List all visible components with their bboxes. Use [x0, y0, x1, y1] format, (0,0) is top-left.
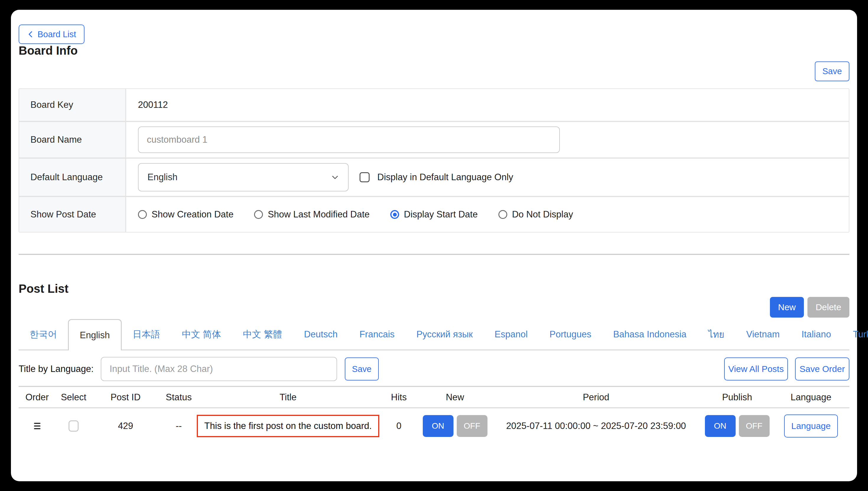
board-key-row: Board Key 200112 [19, 89, 849, 122]
new-toggle: ON OFF [423, 415, 488, 437]
post-id-value: 429 [92, 421, 160, 431]
tab-korean[interactable]: 한국어 [19, 319, 68, 349]
drag-handle-icon[interactable] [34, 423, 40, 429]
column-header-select: Select [56, 392, 92, 403]
tab-turkce[interactable]: Turkce [842, 319, 868, 349]
tab-portugues[interactable]: Portugues [539, 319, 602, 349]
new-off-button[interactable]: OFF [457, 415, 488, 437]
radio-circle-icon[interactable] [254, 210, 263, 219]
board-name-row: Board Name [19, 122, 849, 158]
radio-show-creation-date[interactable]: Show Creation Date [138, 209, 233, 220]
show-post-date-row: Show Post Date Show Creation Date Show L… [19, 197, 849, 232]
publish-on-button[interactable]: ON [705, 415, 736, 437]
tab-english[interactable]: English [68, 319, 122, 350]
post-table-header: Order Select Post ID Status Title Hits N… [19, 387, 849, 408]
column-header-title: Title [198, 392, 378, 403]
back-to-board-list-button[interactable]: Board List [19, 25, 85, 44]
board-info-title: Board Info [19, 44, 849, 57]
default-language-selected: English [147, 172, 178, 182]
tab-vietnam[interactable]: Vietnam [735, 319, 790, 349]
radio-show-last-modified-date[interactable]: Show Last Modified Date [254, 209, 370, 220]
column-header-order: Order [19, 392, 56, 403]
new-on-button[interactable]: ON [423, 415, 454, 437]
title-save-button[interactable]: Save [345, 357, 379, 380]
column-header-language: Language [773, 392, 849, 403]
chevron-down-icon [331, 173, 339, 181]
board-name-input[interactable] [138, 126, 560, 153]
publish-toggle: ON OFF [705, 415, 770, 437]
language-tabs: 한국어 English 日本語 中文 简体 中文 繁體 Deutsch Fran… [19, 319, 849, 350]
row-language-button[interactable]: Language [784, 414, 838, 437]
table-row: 429 -- This is the first post on the cus… [19, 408, 849, 444]
column-header-hits: Hits [378, 392, 419, 403]
show-post-date-options: Show Creation Date Show Last Modified Da… [138, 209, 573, 220]
radio-label: Display Start Date [404, 209, 478, 220]
radio-circle-icon[interactable] [138, 210, 147, 219]
column-header-period: Period [490, 392, 702, 403]
default-language-row: Default Language English Display in Defa… [19, 158, 849, 197]
tab-chinese-traditional[interactable]: 中文 繁體 [232, 319, 293, 349]
save-order-button[interactable]: Save Order [795, 357, 849, 380]
new-post-button[interactable]: New [770, 297, 804, 318]
board-info-table: Board Key 200112 Board Name Default Lang… [19, 88, 849, 232]
chevron-left-icon [27, 30, 35, 39]
tab-chinese-simplified[interactable]: 中文 简体 [171, 319, 232, 349]
radio-label: Do Not Display [512, 209, 573, 220]
board-key-value: 200112 [126, 89, 849, 121]
view-all-posts-button[interactable]: View All Posts [724, 357, 788, 380]
display-default-language-only-checkbox[interactable] [359, 172, 370, 182]
panel-top-divider [19, 10, 849, 10]
main-panel: Board List Board Info Save Board Key 200… [11, 10, 857, 481]
tab-francais[interactable]: Francais [349, 319, 406, 349]
tab-thai[interactable]: ไทย [697, 319, 735, 349]
radio-circle-icon[interactable] [498, 210, 507, 219]
board-key-label: Board Key [19, 89, 126, 121]
tab-russian[interactable]: Русский язык [406, 319, 484, 349]
post-list-title: Post List [19, 282, 68, 295]
section-divider [19, 254, 849, 255]
post-status-value: -- [160, 421, 198, 431]
tab-deutsch[interactable]: Deutsch [293, 319, 349, 349]
title-by-language-label: Title by Language: [19, 364, 94, 374]
radio-label: Show Creation Date [151, 209, 233, 220]
post-title-highlighted[interactable]: This is the first post on the custom boa… [197, 415, 380, 437]
tab-espanol[interactable]: Espanol [484, 319, 539, 349]
display-default-language-only-label: Display in Default Language Only [377, 172, 513, 182]
tab-italiano[interactable]: Italiano [790, 319, 842, 349]
delete-post-button[interactable]: Delete [807, 297, 849, 318]
tab-japanese[interactable]: 日本語 [122, 319, 171, 349]
show-post-date-label: Show Post Date [19, 197, 126, 232]
column-header-post-id: Post ID [92, 392, 160, 403]
column-header-new: New [419, 392, 490, 403]
post-period-value: 2025-07-11 00:00:00 ~ 2025-07-20 23:59:0… [490, 421, 702, 431]
radio-label: Show Last Modified Date [268, 209, 370, 220]
column-header-publish: Publish [702, 392, 773, 403]
default-language-label: Default Language [19, 158, 126, 196]
radio-circle-checked-icon[interactable] [390, 210, 399, 219]
board-info-save-button[interactable]: Save [815, 61, 849, 81]
tab-bahasa-indonesia[interactable]: Bahasa Indonesia [602, 319, 697, 349]
board-name-label: Board Name [19, 122, 126, 157]
publish-off-button[interactable]: OFF [739, 415, 770, 437]
radio-display-start-date[interactable]: Display Start Date [390, 209, 478, 220]
column-header-status: Status [160, 392, 198, 403]
radio-do-not-display[interactable]: Do Not Display [498, 209, 573, 220]
back-button-label: Board List [37, 30, 76, 39]
title-by-language-input[interactable] [101, 357, 337, 381]
post-hits-value: 0 [378, 421, 419, 431]
default-language-select[interactable]: English [138, 163, 349, 192]
row-select-checkbox[interactable] [68, 421, 79, 432]
